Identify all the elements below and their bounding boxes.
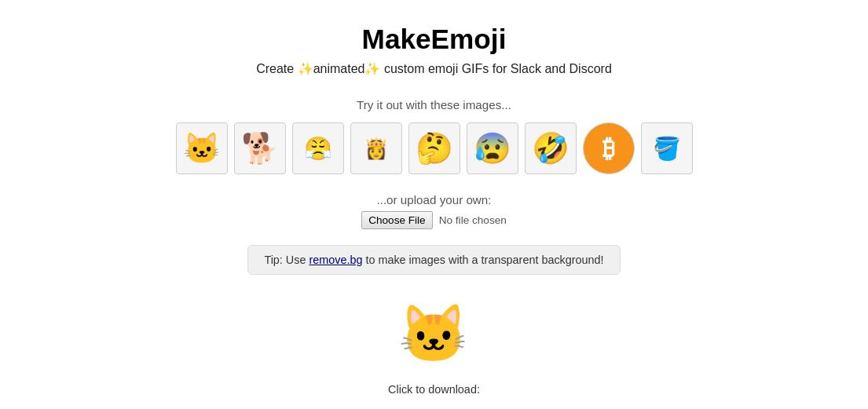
sample-image-rofl[interactable]: 🤣 (525, 122, 577, 174)
sample-image-thinking[interactable]: 🤔 (408, 122, 460, 174)
upload-label: ...or upload your own: (376, 193, 491, 206)
sample-image-doge[interactable]: 🐕 (234, 122, 286, 174)
tip-text-before: Tip: Use (264, 254, 309, 266)
file-input-row: Choose File No file chosen (361, 211, 507, 229)
remove-bg-link[interactable]: remove.bg (309, 254, 362, 266)
click-to-download-label: Click to download: (388, 383, 480, 396)
preview-image[interactable]: 🐱 (390, 290, 477, 377)
sample-images-row: 🐱 🐕 😤 👸 🤔 😰 🤣 ₿ 🪣 (176, 122, 693, 174)
tip-text-after: to make images with a transparent backgr… (362, 254, 603, 266)
subtitle-prefix: Create (256, 62, 297, 75)
upload-section: ...or upload your own: Choose File No fi… (361, 193, 507, 229)
no-file-label: No file chosen (439, 214, 507, 226)
sample-image-troll[interactable]: 😤 (292, 122, 344, 174)
tip-box: Tip: Use remove.bg to make images with a… (247, 245, 620, 275)
app-title: MakeEmoji (362, 24, 507, 55)
subtitle-animated: animated (313, 62, 365, 75)
choose-file-button[interactable]: Choose File (361, 211, 433, 229)
sparkle-left-icon: ✨ (298, 62, 313, 75)
subtitle-suffix: custom emoji GIFs for Slack and Discord (380, 62, 611, 75)
sample-image-mona[interactable]: 👸 (350, 122, 402, 174)
sample-image-stack[interactable]: 🪣 (641, 122, 693, 174)
sample-image-cat[interactable]: 🐱 (176, 122, 228, 174)
try-label: Try it out with these images... (357, 98, 511, 111)
sample-image-bitcoin[interactable]: ₿ (583, 122, 635, 174)
sparkle-right-icon: ✨ (364, 62, 380, 75)
sample-image-sweat[interactable]: 😰 (467, 122, 518, 174)
app-subtitle: Create ✨animated✨ custom emoji GIFs for … (256, 61, 612, 76)
preview-section: 🐱 Click to download: (388, 290, 480, 396)
